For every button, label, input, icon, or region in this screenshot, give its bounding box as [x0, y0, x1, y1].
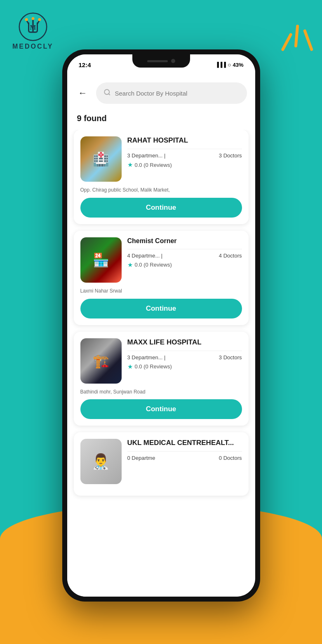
svg-point-2	[38, 18, 41, 21]
dept-text-maxx: 3 Departmen... |	[127, 354, 166, 361]
card-info-ukl: UKL MEDICAL CENTREHEALT... 0 Departme 0 …	[127, 439, 242, 484]
dept-text-ukl: 0 Departme	[127, 455, 155, 461]
back-arrow-icon: ←	[78, 88, 87, 98]
address-chemist: Laxmi Nahar Srwal	[80, 288, 242, 295]
cards-container: RAHAT HOSPITAL 3 Departmen... | 3 Doctor…	[67, 130, 255, 597]
rating-maxx: 0.0 (0 Reviews)	[135, 363, 172, 370]
notch-camera	[171, 59, 175, 63]
hospital-card-chemist: Chemist Corner 4 Departme... | 4 Doctors…	[74, 231, 249, 325]
hospital-name-rahat: RAHAT HOSPITAL	[127, 136, 242, 145]
rating-chemist: 0.0 (0 Reviews)	[135, 262, 172, 268]
card-top-chemist: Chemist Corner 4 Departme... | 4 Doctors…	[80, 237, 242, 283]
hospital-card-maxx: MAXX LIFE HOSPITAL 3 Departmen... | 3 Do…	[74, 332, 249, 426]
doctors-ukl: 0 Doctors	[219, 455, 242, 461]
star-icon-rahat: ★	[127, 161, 133, 169]
hospital-image-maxx	[80, 338, 122, 384]
continue-btn-chemist[interactable]: Continue	[80, 299, 242, 318]
card-top-maxx: MAXX LIFE HOSPITAL 3 Departmen... | 3 Do…	[80, 338, 242, 384]
back-button[interactable]: ←	[75, 86, 90, 101]
hospital-name-ukl: UKL MEDICAL CENTREHEALT...	[127, 439, 242, 447]
meta-row-maxx: 3 Departmen... | 3 Doctors	[127, 354, 242, 361]
hospital-name-chemist: Chemist Corner	[127, 237, 242, 245]
search-input[interactable]	[115, 90, 240, 97]
rating-row-maxx: ★ 0.0 (0 Reviews)	[127, 363, 242, 370]
sunrays-decoration	[264, 25, 314, 74]
hospital-image-ukl	[80, 439, 122, 484]
card-info-maxx: MAXX LIFE HOSPITAL 3 Departmen... | 3 Do…	[127, 338, 242, 384]
card-top-ukl: UKL MEDICAL CENTREHEALT... 0 Departme 0 …	[80, 439, 242, 484]
rating-row-rahat: ★ 0.0 (0 Reviews)	[127, 161, 242, 169]
status-icons: ▐▐▐ ○ 43%	[215, 61, 243, 68]
continue-btn-maxx[interactable]: Continue	[80, 399, 242, 419]
svg-line-6	[108, 94, 110, 95]
app-name: MEDOCLY	[12, 43, 54, 50]
signal-icon: ▐▐▐	[215, 62, 226, 68]
card-info-rahat: RAHAT HOSPITAL 3 Departmen... | 3 Doctor…	[127, 136, 242, 182]
address-maxx: Bathindi mohr, Sunjwan Road	[80, 389, 242, 396]
card-top-rahat: RAHAT HOSPITAL 3 Departmen... | 3 Doctor…	[80, 136, 242, 182]
dept-text-rahat: 3 Departmen... |	[127, 152, 166, 159]
meta-row-ukl: 0 Departme 0 Doctors	[127, 455, 242, 461]
results-count: 9 found	[67, 110, 255, 130]
phone-frame: 12:4 ▐▐▐ ○ 43% ←	[62, 49, 260, 602]
svg-text:M: M	[30, 24, 36, 31]
svg-point-3	[31, 17, 34, 20]
hospital-image-chemist	[80, 237, 122, 283]
hospital-image-rahat	[80, 136, 122, 182]
divider	[127, 249, 242, 249]
search-box[interactable]	[96, 82, 247, 104]
hospital-card-ukl: UKL MEDICAL CENTREHEALT... 0 Departme 0 …	[74, 432, 249, 496]
meta-row-rahat: 3 Departmen... | 3 Doctors	[127, 152, 242, 159]
doctors-rahat: 3 Doctors	[219, 152, 242, 159]
search-area: ←	[67, 75, 255, 110]
svg-point-1	[25, 18, 28, 21]
app-logo: M MEDOCLY	[12, 12, 54, 50]
hospital-card-rahat: RAHAT HOSPITAL 3 Departmen... | 3 Doctor…	[74, 130, 249, 224]
search-icon	[103, 89, 111, 98]
hospital-name-maxx: MAXX LIFE HOSPITAL	[127, 338, 242, 347]
address-rahat: Opp. Chirag public School, Malik Market,	[80, 187, 242, 194]
svg-point-5	[104, 89, 109, 94]
screen-content: ← 9 found	[67, 75, 255, 597]
rating-rahat: 0.0 (0 Reviews)	[135, 162, 172, 168]
divider	[127, 451, 242, 452]
star-icon-chemist: ★	[127, 261, 133, 269]
meta-row-chemist: 4 Departme... | 4 Doctors	[127, 253, 242, 259]
continue-btn-rahat[interactable]: Continue	[80, 198, 242, 218]
status-time: 12:4	[79, 61, 91, 68]
doctors-chemist: 4 Doctors	[219, 253, 242, 259]
rating-row-chemist: ★ 0.0 (0 Reviews)	[127, 261, 242, 269]
doctors-maxx: 3 Doctors	[219, 354, 242, 361]
star-icon-maxx: ★	[127, 363, 133, 370]
card-info-chemist: Chemist Corner 4 Departme... | 4 Doctors…	[127, 237, 242, 283]
divider	[127, 149, 242, 149]
notch-speaker	[147, 60, 168, 62]
phone-notch	[132, 54, 190, 68]
battery-text: 43%	[233, 62, 243, 68]
wifi-icon: ○	[228, 61, 231, 68]
divider	[127, 351, 242, 351]
dept-text-chemist: 4 Departme... |	[127, 253, 163, 259]
phone-screen: 12:4 ▐▐▐ ○ 43% ←	[67, 54, 255, 597]
